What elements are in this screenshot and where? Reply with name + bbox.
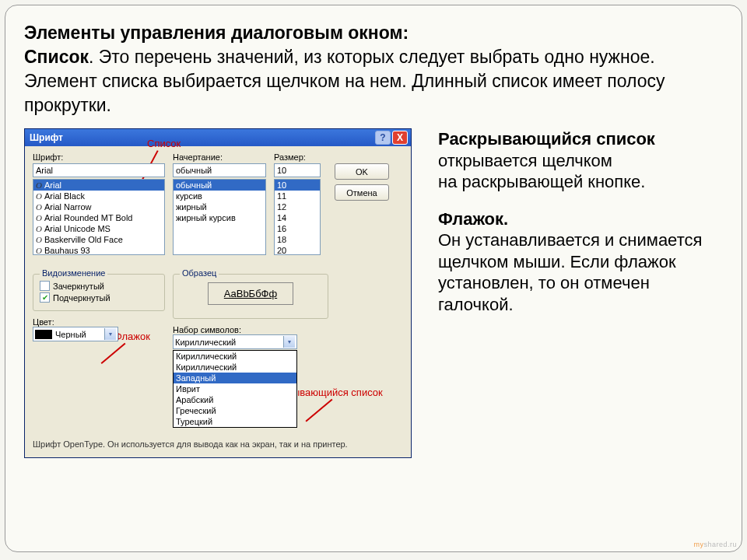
checkbox-icon [40, 281, 50, 291]
list-item[interactable]: OArial [33, 180, 164, 191]
style-input[interactable] [173, 163, 266, 177]
list-item[interactable]: 18 [275, 234, 320, 245]
watermark: myshared.ru [693, 541, 737, 548]
content-row: Список Флажок Раскрывающийся список Шриф… [24, 128, 723, 458]
font-label: Шрифт: [33, 152, 165, 162]
color-swatch-icon [35, 330, 52, 339]
list-item[interactable]: Западный [174, 373, 296, 383]
heading-body: . Это перечень значений, из которых след… [24, 47, 665, 115]
close-button[interactable]: X [392, 131, 408, 145]
sample-text: AaBbБбФф [208, 282, 293, 305]
dialog-screenshot: Список Флажок Раскрывающийся список Шриф… [24, 128, 423, 458]
font-input[interactable] [33, 163, 165, 177]
color-dropdown[interactable]: Черный ▾ [33, 327, 118, 341]
list-item[interactable]: Кириллический [174, 362, 296, 373]
list-item[interactable]: Иврит [174, 383, 296, 394]
size-listbox[interactable]: 10 11 12 14 16 18 20 [274, 179, 321, 255]
charset-label: Набор символов: [173, 325, 241, 334]
list-item[interactable]: OArial Narrow [33, 201, 164, 212]
size-input[interactable] [274, 163, 321, 177]
chevron-down-icon: ▾ [283, 336, 295, 348]
list-item[interactable]: 20 [275, 245, 320, 255]
side-para-dropdown: Раскрывающийся список открывается щелчко… [438, 128, 723, 193]
help-button[interactable]: ? [375, 131, 391, 145]
size-label: Размер: [274, 152, 321, 162]
list-item[interactable]: OArial Rounded MT Bold [33, 212, 164, 223]
side-text: Раскрывающийся список открывается щелчко… [438, 128, 723, 458]
status-text: Шрифт OpenType. Он используется для выво… [33, 439, 403, 450]
font-listbox[interactable]: OArial OArial Black OArial Narrow OArial… [33, 179, 165, 255]
charset-dropdown-list[interactable]: Кириллический Кириллический Западный Ивр… [173, 350, 297, 428]
list-item[interactable]: OBauhaus 93 [33, 245, 164, 255]
style-label: Начертание: [173, 152, 266, 162]
list-item[interactable]: OBaskerville Old Face [33, 234, 164, 245]
cancel-button[interactable]: Отмена [335, 184, 389, 201]
slide-frame: Элементы управления диалоговым окном: Сп… [5, 5, 742, 552]
list-item[interactable]: жирный [174, 201, 265, 212]
color-label: Цвет: [33, 317, 54, 327]
side-para-checkbox: Флажок. Он устанавливается и снимается щ… [438, 208, 723, 316]
chevron-down-icon: ▾ [104, 328, 116, 340]
row-font-style-size: Шрифт: OArial OArial Black OArial Narrow… [33, 152, 403, 255]
list-item[interactable]: Турецкий [174, 416, 296, 427]
heading-list-term: Список [24, 47, 89, 67]
heading-line1: Элементы управления диалоговым окном: [24, 23, 409, 43]
list-item[interactable]: OArial Black [33, 191, 164, 201]
checkbox-icon: ✔ [40, 292, 50, 303]
effects-title: Видоизменение [40, 268, 107, 278]
dialog-titlebar[interactable]: Шрифт ? X [25, 129, 411, 146]
list-item[interactable]: Кириллический [174, 351, 296, 362]
style-listbox[interactable]: обычный курсив жирный жирный курсив [173, 179, 266, 255]
list-item[interactable]: курсив [174, 191, 265, 201]
strikeout-checkbox[interactable]: Зачеркнутый [40, 281, 158, 291]
charset-dropdown[interactable]: Кириллический ▾ [173, 334, 297, 349]
list-item[interactable]: 10 [275, 180, 320, 191]
dialog-title: Шрифт [30, 132, 63, 143]
list-item[interactable]: OArial Unicode MS [33, 223, 164, 234]
underline-checkbox[interactable]: ✔ Подчеркнутый [40, 292, 158, 303]
ok-button[interactable]: OK [335, 163, 389, 180]
effects-group: Видоизменение Зачеркнутый ✔ Подчеркнутый [33, 274, 165, 311]
list-item[interactable]: Греческий [174, 405, 296, 416]
list-item[interactable]: обычный [174, 180, 265, 191]
sample-title: Образец [180, 268, 219, 278]
list-item[interactable]: 12 [275, 201, 320, 212]
row-effects-sample: Видоизменение Зачеркнутый ✔ Подчеркнутый [33, 264, 403, 428]
list-item[interactable]: 16 [275, 223, 320, 234]
list-item[interactable]: 11 [275, 191, 320, 201]
list-item[interactable]: жирный курсив [174, 212, 265, 223]
sample-group: Образец AaBbБбФф [173, 274, 328, 319]
list-item[interactable]: 14 [275, 212, 320, 223]
font-dialog: Шрифт ? X Шрифт: OArial [24, 128, 412, 458]
list-item[interactable]: Арабский [174, 394, 296, 405]
dialog-body: Шрифт: OArial OArial Black OArial Narrow… [25, 146, 411, 457]
heading: Элементы управления диалоговым окном: Сп… [24, 21, 723, 117]
